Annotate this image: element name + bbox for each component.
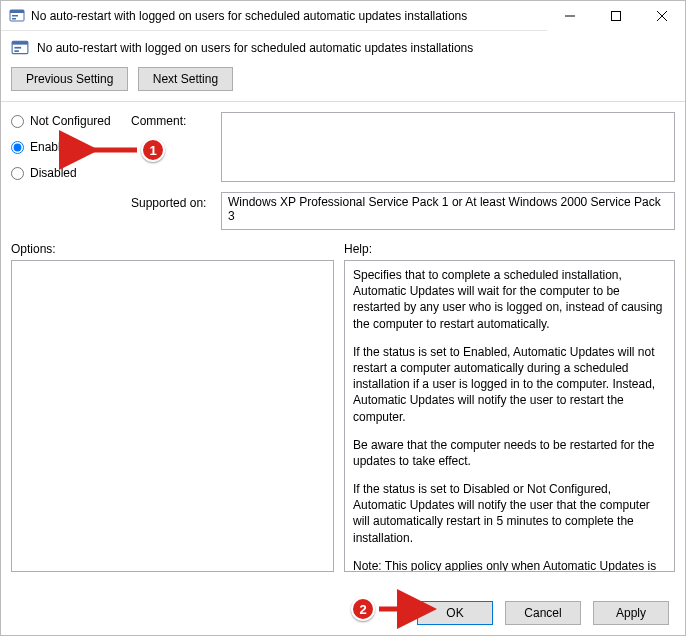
policy-icon	[11, 39, 29, 57]
help-pane[interactable]: Specifies that to complete a scheduled i…	[344, 260, 675, 572]
help-label: Help:	[344, 242, 372, 256]
radio-disabled[interactable]: Disabled	[11, 166, 131, 180]
svg-rect-2	[12, 15, 18, 17]
comment-label: Comment:	[131, 112, 221, 182]
help-paragraph: Be aware that the computer needs to be r…	[353, 437, 666, 469]
titlebar: No auto-restart with logged on users for…	[1, 1, 685, 31]
radio-not-configured[interactable]: Not Configured	[11, 114, 131, 128]
supported-on-text: Windows XP Professional Service Pack 1 o…	[228, 195, 668, 223]
policy-editor-window: No auto-restart with logged on users for…	[0, 0, 686, 636]
cancel-button[interactable]: Cancel	[505, 601, 581, 625]
dialog-footer: 2 OK Cancel Apply	[1, 591, 685, 635]
radio-not-configured-label: Not Configured	[30, 114, 111, 128]
setting-nav: Previous Setting Next Setting	[1, 63, 685, 102]
radio-enabled[interactable]: Enabled	[11, 140, 131, 154]
minimize-button[interactable]	[547, 1, 593, 31]
next-setting-button[interactable]: Next Setting	[138, 67, 233, 91]
radio-enabled-input[interactable]	[11, 141, 24, 154]
annotation-badge-2: 2	[351, 597, 375, 621]
ok-button[interactable]: OK	[417, 601, 493, 625]
help-paragraph: Specifies that to complete a scheduled i…	[353, 267, 666, 332]
radio-enabled-label: Enabled	[30, 140, 74, 154]
radio-not-configured-input[interactable]	[11, 115, 24, 128]
svg-rect-1	[10, 10, 24, 13]
svg-rect-9	[12, 41, 28, 44]
previous-setting-button[interactable]: Previous Setting	[11, 67, 128, 91]
help-paragraph: Note: This policy applies only when Auto…	[353, 558, 666, 572]
subtitle-bar: No auto-restart with logged on users for…	[1, 31, 685, 63]
apply-button[interactable]: Apply	[593, 601, 669, 625]
comment-textarea[interactable]	[221, 112, 675, 182]
radio-disabled-label: Disabled	[30, 166, 77, 180]
window-title: No auto-restart with logged on users for…	[31, 9, 547, 23]
svg-rect-5	[612, 11, 621, 20]
config-grid: Not Configured Enabled Disabled 1	[1, 102, 685, 230]
supported-on-box: Windows XP Professional Service Pack 1 o…	[221, 192, 675, 230]
state-radio-group: Not Configured Enabled Disabled 1	[11, 112, 131, 230]
svg-rect-11	[14, 50, 19, 52]
help-paragraph: If the status is set to Disabled or Not …	[353, 481, 666, 546]
svg-rect-10	[14, 47, 21, 49]
options-pane[interactable]	[11, 260, 334, 572]
supported-label: Supported on:	[131, 182, 221, 230]
maximize-button[interactable]	[593, 1, 639, 31]
svg-rect-3	[12, 18, 16, 20]
radio-disabled-input[interactable]	[11, 167, 24, 180]
policy-icon	[9, 8, 25, 24]
help-paragraph: If the status is set to Enabled, Automat…	[353, 344, 666, 425]
policy-subtitle: No auto-restart with logged on users for…	[37, 41, 473, 55]
options-label: Options:	[11, 242, 344, 256]
close-button[interactable]	[639, 1, 685, 31]
